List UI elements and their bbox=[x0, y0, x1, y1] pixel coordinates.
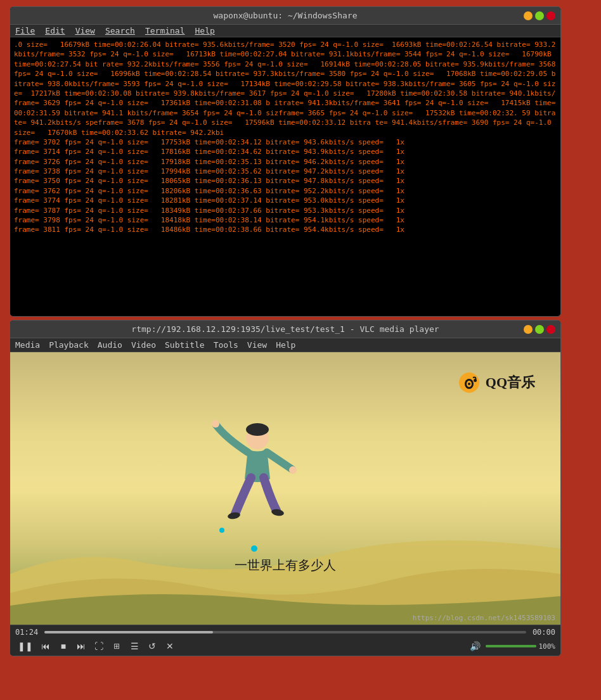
vlc-fullscreen-button[interactable]: ⛶ bbox=[91, 639, 107, 653]
vlc-random-button[interactable]: ✕ bbox=[162, 639, 178, 653]
vlc-minimize-button[interactable] bbox=[524, 325, 533, 334]
teal-dot-1 bbox=[251, 545, 257, 552]
vlc-time-bar: 01:24 00:00 bbox=[15, 628, 555, 637]
qq-music-watermark: QQ音乐 bbox=[458, 371, 535, 394]
vlc-controls: 01:24 00:00 ❚❚ ⏮ ■ ⏭ ⛶ ⊞ ☰ ↺ ✕ bbox=[10, 625, 560, 656]
vlc-extended-button[interactable]: ⊞ bbox=[109, 639, 124, 653]
minimize-button[interactable] bbox=[524, 11, 533, 20]
svg-point-3 bbox=[468, 383, 470, 385]
vlc-progress-bar[interactable] bbox=[44, 631, 526, 633]
vlc-playlist-button[interactable]: ☰ bbox=[127, 639, 142, 653]
subtitle-text: 一世界上有多少人 bbox=[10, 557, 560, 574]
vlc-menu-media[interactable]: Media bbox=[15, 340, 40, 350]
vlc-video-area: QQ音乐 bbox=[10, 352, 560, 625]
svg-point-7 bbox=[212, 420, 219, 428]
vlc-prev-button[interactable]: ⏮ bbox=[38, 639, 53, 653]
terminal-text: .0 size= 16679kB time=00:02:26.04 bitrat… bbox=[14, 40, 557, 235]
vlc-progress-fill bbox=[44, 631, 213, 633]
vlc-menu-help[interactable]: Help bbox=[276, 340, 295, 350]
vlc-play-pause-button[interactable]: ❚❚ bbox=[15, 639, 36, 653]
qq-music-logo-icon bbox=[458, 371, 481, 394]
vlc-menubar: Media Playback Audio Video Subtitle Tool… bbox=[10, 338, 560, 352]
vlc-url-overlay: https://blog.csdn.net/sk1453589103 bbox=[413, 614, 555, 622]
figure-svg bbox=[188, 403, 314, 542]
vlc-window: rtmp://192.168.12.129:1935/live_test/tes… bbox=[10, 320, 561, 656]
menu-file[interactable]: File bbox=[15, 26, 35, 35]
vlc-window-controls bbox=[524, 325, 555, 334]
teal-dot-2 bbox=[219, 528, 224, 533]
menu-terminal[interactable]: Terminal bbox=[145, 26, 185, 35]
vlc-volume-bar[interactable] bbox=[486, 645, 536, 647]
vlc-time-total: 00:00 bbox=[533, 628, 555, 637]
vlc-volume-area: 🔊 100% bbox=[467, 639, 556, 653]
maximize-button[interactable] bbox=[535, 11, 544, 20]
terminal-titlebar: waponx@ubuntu: ~/WindowsShare bbox=[10, 7, 560, 25]
vlc-mute-button[interactable]: 🔊 bbox=[467, 639, 483, 653]
vlc-next-button[interactable]: ⏭ bbox=[74, 639, 89, 653]
vlc-volume-pct: 100% bbox=[539, 642, 556, 651]
svg-point-8 bbox=[289, 466, 297, 474]
menu-search[interactable]: Search bbox=[105, 26, 135, 35]
terminal-menubar: File Edit View Search Terminal Help bbox=[10, 25, 560, 37]
close-button[interactable] bbox=[546, 11, 555, 20]
vlc-menu-audio[interactable]: Audio bbox=[98, 340, 122, 350]
menu-view[interactable]: View bbox=[75, 26, 95, 35]
vlc-menu-playback[interactable]: Playback bbox=[49, 340, 89, 350]
menu-edit[interactable]: Edit bbox=[45, 26, 65, 35]
terminal-output: .0 size= 16679kB time=00:02:26.04 bitrat… bbox=[10, 37, 560, 316]
vlc-menu-video[interactable]: Video bbox=[131, 340, 156, 350]
terminal-title: waponx@ubuntu: ~/WindowsShare bbox=[214, 11, 358, 20]
vlc-volume-fill bbox=[486, 645, 536, 647]
terminal-window: waponx@ubuntu: ~/WindowsShare File Edit … bbox=[10, 6, 561, 317]
vlc-title: rtmp://192.168.12.129:1935/live_test/tes… bbox=[131, 324, 439, 334]
vlc-menu-tools[interactable]: Tools bbox=[214, 340, 238, 350]
vlc-time-current: 01:24 bbox=[15, 628, 38, 637]
terminal-window-controls bbox=[524, 11, 555, 20]
vlc-buttons-row: ❚❚ ⏮ ■ ⏭ ⛶ ⊞ ☰ ↺ ✕ 🔊 100% bbox=[15, 639, 555, 653]
vlc-menu-view[interactable]: View bbox=[247, 340, 267, 350]
svg-point-4 bbox=[474, 379, 477, 382]
menu-help[interactable]: Help bbox=[195, 26, 215, 35]
figure-container bbox=[188, 403, 314, 542]
svg-point-6 bbox=[246, 423, 269, 436]
vlc-loop-button[interactable]: ↺ bbox=[145, 639, 160, 653]
vlc-menu-subtitle[interactable]: Subtitle bbox=[165, 340, 205, 350]
qq-music-label: QQ音乐 bbox=[486, 373, 535, 392]
vlc-titlebar: rtmp://192.168.12.129:1935/live_test/tes… bbox=[10, 321, 560, 338]
vlc-stop-button[interactable]: ■ bbox=[56, 639, 71, 653]
vlc-close-button[interactable] bbox=[546, 325, 555, 334]
vlc-maximize-button[interactable] bbox=[535, 325, 544, 334]
